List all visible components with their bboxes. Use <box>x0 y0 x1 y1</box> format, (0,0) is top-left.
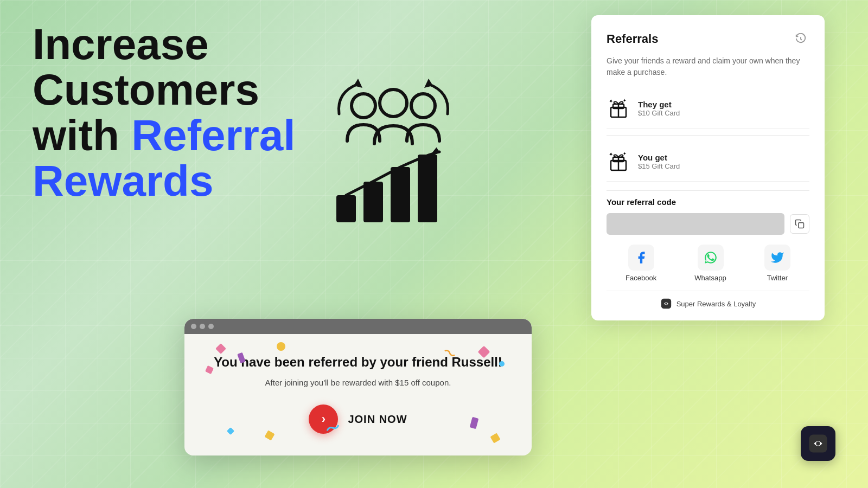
referral-code-title: Your referral code <box>607 197 809 207</box>
you-get-row: ✦ ✦ You get $15 Gift Card <box>607 142 809 182</box>
they-get-value: $10 Gift Card <box>638 109 680 117</box>
hero-line4: Rewards <box>33 157 213 205</box>
copy-button[interactable] <box>790 214 809 234</box>
hero-section: Increase Customers with Referral Rewards <box>33 22 315 204</box>
panel-footer: Super Rewards & Loyalty <box>607 291 809 310</box>
hero-line1: Increase <box>33 20 209 68</box>
twitter-icon <box>764 245 790 271</box>
svg-rect-20 <box>799 223 804 228</box>
center-illustration <box>315 65 477 228</box>
referral-panel: Referrals Give your friends a reward and… <box>591 15 825 320</box>
whatsapp-icon <box>698 245 724 271</box>
they-get-row: ✦ ✦ They get $10 Gift Card <box>607 89 809 129</box>
svg-point-2 <box>411 94 435 118</box>
popup-topbar <box>184 319 532 334</box>
floating-action-button[interactable] <box>801 426 835 461</box>
popup-body: 〜 〜 You have been referred by your frien… <box>184 334 532 455</box>
popup-dot-3 <box>208 324 214 329</box>
hero-line3: with <box>33 111 131 159</box>
hero-line2: Customers <box>33 66 259 114</box>
confetti-yellow-circle <box>277 342 285 351</box>
referral-code-field[interactable] <box>607 213 784 235</box>
super-rewards-logo <box>660 298 672 310</box>
twitter-label: Twitter <box>767 274 788 282</box>
svg-rect-5 <box>336 195 356 222</box>
popup-heading: You have been referred by your friend Ru… <box>206 354 510 370</box>
hero-highlight: Referral <box>131 111 295 159</box>
twitter-share-button[interactable]: Twitter <box>764 245 790 282</box>
confetti-blue-circle-right <box>499 361 505 367</box>
svg-rect-8 <box>418 155 437 222</box>
floating-logo-icon <box>808 434 828 453</box>
svg-rect-7 <box>391 167 410 222</box>
whatsapp-share-button[interactable]: Whatsapp <box>694 245 726 282</box>
history-icon-btn[interactable] <box>792 30 809 48</box>
footer-text: Super Rewards & Loyalty <box>676 300 756 308</box>
svg-point-22 <box>665 303 667 305</box>
popup-subtext: After joining you'll be rewarded with $1… <box>206 378 510 387</box>
confetti-pink-diamond <box>215 343 226 354</box>
facebook-label: Facebook <box>626 274 656 282</box>
svg-point-24 <box>816 441 820 446</box>
gift-icon-you: ✦ ✦ <box>607 150 630 174</box>
svg-point-0 <box>352 94 375 118</box>
panel-header: Referrals <box>607 30 809 48</box>
gift-icon-they: ✦ ✦ <box>607 97 630 120</box>
panel-description: Give your friends a reward and claim you… <box>607 55 809 78</box>
you-get-value: $15 Gift Card <box>638 162 680 170</box>
svg-text:✦: ✦ <box>623 98 627 103</box>
facebook-share-button[interactable]: Facebook <box>626 245 656 282</box>
referral-code-input-row <box>607 213 809 235</box>
they-get-label: They get <box>638 100 680 109</box>
referral-code-section: Your referral code <box>607 197 809 310</box>
popup-cta: › JOIN NOW <box>206 404 510 434</box>
svg-text:✦: ✦ <box>609 98 613 104</box>
svg-text:✦: ✦ <box>609 151 613 157</box>
svg-rect-6 <box>363 182 383 222</box>
share-buttons: Facebook Whatsapp <box>607 245 809 282</box>
panel-title: Referrals <box>607 32 658 46</box>
popup-dot-2 <box>200 324 205 329</box>
facebook-icon <box>628 245 654 271</box>
hero-title: Increase Customers with Referral Rewards <box>33 22 315 204</box>
svg-point-1 <box>380 89 407 117</box>
referral-popup: 〜 〜 You have been referred by your frien… <box>184 319 532 455</box>
whatsapp-label: Whatsapp <box>694 274 726 282</box>
confetti-yellow-bottom-right <box>490 433 500 443</box>
popup-dot-1 <box>191 324 196 329</box>
svg-text:✦: ✦ <box>623 151 627 156</box>
you-get-label: You get <box>638 153 680 162</box>
join-now-label: JOIN NOW <box>348 413 407 426</box>
